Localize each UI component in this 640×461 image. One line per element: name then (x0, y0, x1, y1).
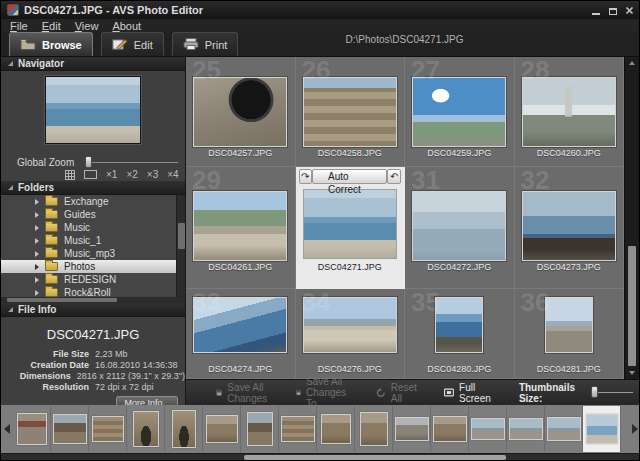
fit-view-icon[interactable] (84, 170, 97, 179)
thumbnail-view-icon[interactable] (65, 170, 75, 180)
photo-cell-dsc04261.jpg[interactable]: 29DSC04261.JPG (186, 167, 296, 289)
filmstrip-next-icon[interactable] (632, 424, 638, 434)
folders-header[interactable]: Folders (1, 181, 185, 195)
photo-thumbnail[interactable] (193, 77, 287, 147)
rotate-left-button[interactable]: ↶ (387, 169, 401, 184)
zoom-level-button-3[interactable]: ×3 (147, 169, 158, 180)
photo-thumbnail[interactable] (303, 189, 397, 259)
photo-thumbnail[interactable] (412, 77, 506, 147)
expand-icon[interactable] (35, 277, 39, 283)
maximize-icon[interactable] (607, 5, 618, 15)
global-zoom-handle[interactable] (85, 156, 92, 168)
photo-cell-dsc04276.jpg[interactable]: 34DSC04276.JPG (296, 289, 406, 379)
thumbnails-size-handle[interactable] (591, 386, 598, 398)
photo-thumbnail[interactable] (435, 297, 483, 353)
cell-number: 27 (411, 55, 440, 86)
navigator-header[interactable]: Navigator (1, 57, 185, 71)
folder-item-music_mp3[interactable]: Music_mp3 (1, 247, 185, 260)
photo-cell-dsc04260.jpg[interactable]: 28DSC04260.JPG (515, 57, 625, 167)
zoom-level-button-2[interactable]: ×2 (126, 169, 137, 180)
grid-scrollbar-handle[interactable] (628, 246, 636, 366)
filmstrip-thumb-10[interactable] (355, 406, 393, 452)
expand-icon[interactable] (35, 251, 39, 257)
minimize-icon[interactable] (590, 5, 601, 15)
photo-cell-dsc04281.jpg[interactable]: 36DSC04281.JPG (515, 289, 625, 379)
filmstrip-thumb-4[interactable] (127, 406, 165, 452)
filmstrip-thumb-image (321, 414, 351, 444)
close-icon[interactable] (624, 5, 635, 15)
file-info-header[interactable]: File Info (1, 303, 185, 317)
menu-edit[interactable]: Edit (42, 20, 61, 32)
menu-file[interactable]: File (10, 20, 28, 32)
photo-cell-dsc04271.jpg[interactable]: ↷Auto Correct↶DSC04271.JPG (296, 167, 406, 289)
folder-item-guides[interactable]: Guides (1, 208, 185, 221)
photo-cell-dsc04272.jpg[interactable]: 31DSC04272.JPG (405, 167, 515, 289)
filmstrip-prev-icon[interactable] (4, 424, 10, 434)
photo-thumbnail[interactable] (545, 297, 593, 353)
file-info-row: File Size2,23 Mb (1, 349, 185, 359)
scroll-up-icon[interactable] (629, 61, 635, 65)
file-info-row: Creation Date16.08.2010 14:36:38 (1, 360, 185, 370)
filmstrip-thumb-1[interactable] (13, 406, 51, 452)
tab-edit[interactable]: Edit (101, 32, 164, 56)
zoom-level-button-1[interactable]: ×1 (106, 169, 117, 180)
photo-thumbnail[interactable] (303, 77, 397, 147)
photo-cell-dsc04274.jpg[interactable]: 33DSC04274.JPG (186, 289, 296, 379)
global-zoom-slider[interactable] (86, 162, 178, 163)
expand-icon[interactable] (35, 199, 39, 205)
photo-filename: DSC04258.JPG (296, 148, 405, 158)
photo-cell-dsc04280.jpg[interactable]: 35DSC04280.JPG (405, 289, 515, 379)
tree-horizontal-scrollbar[interactable] (1, 297, 185, 303)
folder-item-photos[interactable]: Photos (1, 260, 185, 273)
filmstrip-thumb-9[interactable] (317, 406, 355, 452)
grid-scrollbar[interactable] (624, 57, 638, 379)
thumbnails-size-slider[interactable] (591, 392, 633, 393)
folder-item-music_1[interactable]: Music_1 (1, 234, 185, 247)
photo-thumbnail[interactable] (193, 191, 287, 261)
filmstrip-thumb-15[interactable] (545, 406, 583, 452)
menu-view[interactable]: View (75, 20, 99, 32)
navigator-preview[interactable] (45, 76, 141, 144)
save-all-changes-button[interactable]: Save All Changes (216, 382, 272, 404)
expand-icon[interactable] (35, 238, 39, 244)
zoom-level-button-4[interactable]: ×4 (167, 169, 178, 180)
filmstrip-thumb-12[interactable] (431, 406, 469, 452)
filmstrip-thumb-3[interactable] (89, 406, 127, 452)
photo-filename: DSC04274.JPG (186, 364, 295, 374)
filmstrip-thumb-14[interactable] (507, 406, 545, 452)
folder-item-redesign[interactable]: REDESIGN (1, 273, 185, 286)
filmstrip-thumb-7[interactable] (241, 406, 279, 452)
folder-item-exchange[interactable]: Exchange (1, 195, 185, 208)
filmstrip-thumb-8[interactable] (279, 406, 317, 452)
photo-cell-dsc04257.jpg[interactable]: 25DSC04257.JPG (186, 57, 296, 167)
photo-thumbnail[interactable] (522, 77, 616, 147)
filmstrip-thumb-5[interactable] (165, 406, 203, 452)
photo-filename: DSC04271.JPG (296, 262, 405, 272)
expand-icon[interactable] (35, 212, 39, 218)
tree-vertical-scrollbar[interactable] (176, 195, 185, 297)
photo-cell-dsc04259.jpg[interactable]: 27DSC04259.JPG (405, 57, 515, 167)
filmstrip-scrollbar[interactable] (1, 453, 640, 460)
scroll-down-icon[interactable] (629, 371, 635, 375)
expand-icon[interactable] (35, 225, 39, 231)
expand-icon[interactable] (35, 264, 39, 270)
photo-filename: DSC04276.JPG (296, 364, 405, 374)
filmstrip-thumb-2[interactable] (51, 406, 89, 452)
folder-item-music[interactable]: Music (1, 221, 185, 234)
expand-icon[interactable] (35, 290, 39, 296)
filmstrip-thumb-13[interactable] (469, 406, 507, 452)
reset-all-button[interactable]: Reset All (376, 382, 420, 404)
filmstrip-thumb-11[interactable] (393, 406, 431, 452)
menu-about[interactable]: About (112, 20, 141, 32)
full-screen-button[interactable]: Full Screen (444, 382, 495, 404)
auto-correct-button[interactable]: Auto Correct (312, 169, 387, 184)
file-info-label: Creation Date (1, 360, 89, 370)
photo-cell-dsc04273.jpg[interactable]: 32DSC04273.JPG (515, 167, 625, 289)
rotate-right-button[interactable]: ↷ (299, 169, 313, 184)
filmstrip-thumb-6[interactable] (203, 406, 241, 452)
photo-cell-dsc04258.jpg[interactable]: 26DSC04258.JPG (296, 57, 406, 167)
photo-thumbnail[interactable] (522, 191, 616, 261)
tab-browse[interactable]: Browse (9, 32, 93, 56)
photo-thumbnail[interactable] (412, 191, 506, 261)
filmstrip-thumb-16[interactable] (583, 406, 621, 452)
